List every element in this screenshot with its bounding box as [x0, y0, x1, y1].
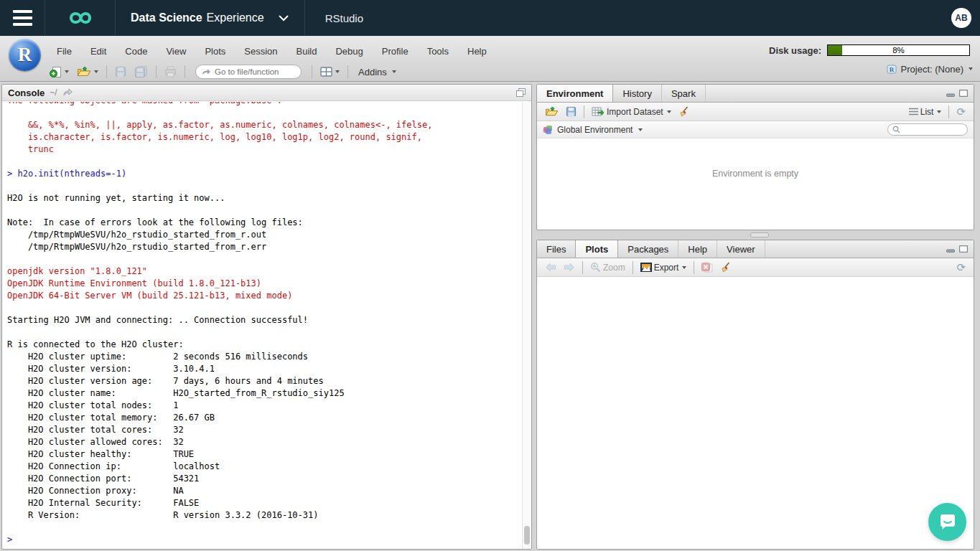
disk-usage: Disk usage: 8%: [769, 44, 970, 56]
goto-file-input[interactable]: [215, 67, 295, 76]
tab[interactable]: Viewer: [717, 240, 765, 258]
goto-file-search[interactable]: [195, 65, 302, 79]
export-label: Export: [654, 263, 679, 273]
menu-item[interactable]: Session: [235, 44, 286, 59]
hamburger-icon: [13, 10, 32, 26]
new-file-icon: [50, 65, 62, 78]
maximize-pane-icon[interactable]: [959, 90, 968, 97]
tab[interactable]: Files: [537, 240, 576, 258]
console-line: H2O cluster version age: 7 days, 6 hours…: [7, 375, 519, 387]
console-line: /tmp/RtmpWUeSVU/h2o_rstudio_started_from…: [7, 241, 519, 253]
project-label: Project: (None): [901, 64, 963, 75]
console-output[interactable]: The following objects are masked from 'p…: [2, 102, 522, 549]
list-view-button[interactable]: List: [907, 105, 944, 118]
new-file-button[interactable]: [47, 64, 71, 80]
rstudio-chrome: R FileEditCodeViewPlotsSessionBuildDebug…: [0, 36, 980, 82]
product-switcher[interactable]: Data Science Experience: [116, 0, 304, 36]
save-icon: [115, 66, 126, 77]
next-plot-button: [561, 261, 577, 273]
pane-layout-button[interactable]: [318, 65, 342, 78]
load-workspace-button[interactable]: [543, 105, 561, 118]
addins-label: Addins: [358, 67, 387, 77]
open-file-button[interactable]: [75, 65, 101, 79]
svg-text:R: R: [889, 66, 894, 73]
workspace: Console ~/ The following objects are mas…: [0, 83, 980, 551]
menu-item[interactable]: Tools: [418, 44, 458, 59]
import-dataset-button[interactable]: Import Dataset: [589, 105, 673, 118]
hamburger-menu-button[interactable]: [0, 0, 45, 36]
minimize-pane-icon[interactable]: [946, 90, 955, 97]
console-line: H2O Internal Security: FALSE: [7, 497, 519, 509]
scrollbar-thumb[interactable]: [524, 526, 530, 545]
console-line: [7, 326, 519, 339]
save-workspace-button[interactable]: [564, 105, 579, 118]
product-name-bold: Data Science: [131, 11, 202, 24]
save-icon: [566, 106, 577, 117]
export-image-icon: [640, 263, 652, 272]
menu-item[interactable]: Build: [287, 44, 327, 59]
global-environment-selector[interactable]: Global Environment: [557, 125, 633, 135]
console-line: R Version: R version 3.3.2 (2016-10-31): [7, 509, 519, 522]
menu-item[interactable]: View: [157, 44, 195, 59]
console-line: OpenJDK Runtime Environment (build 1.8.0…: [7, 278, 519, 290]
save-all-icon: [134, 66, 148, 77]
menu-item[interactable]: Edit: [81, 44, 116, 59]
open-in-window-icon[interactable]: [62, 88, 73, 97]
plots-toolbar: Zoom Export: [537, 258, 974, 277]
console-line: H2O cluster total cores: 32: [7, 424, 519, 436]
tab[interactable]: Spark: [662, 85, 706, 102]
refresh-icon: ⟳: [956, 106, 966, 117]
remove-plot-button: [699, 261, 715, 274]
console-line: OpenJDK 64-Bit Server VM (build 25.121-b…: [7, 290, 519, 302]
console-line: H2O cluster total nodes: 1: [7, 400, 519, 412]
maximize-pane-icon[interactable]: [959, 245, 968, 253]
previous-plot-button: [543, 261, 559, 273]
dsx-logo[interactable]: [45, 0, 115, 36]
dropdown-caret: [392, 70, 396, 73]
clear-environment-button[interactable]: [676, 105, 691, 119]
chat-widget-button[interactable]: [928, 503, 966, 541]
tab[interactable]: Plots: [575, 240, 618, 258]
menu-item[interactable]: Plots: [195, 44, 235, 59]
export-plot-button[interactable]: Export: [638, 261, 689, 274]
tab[interactable]: Environment: [536, 85, 613, 102]
dropdown-caret: [667, 110, 671, 113]
menu-item[interactable]: Profile: [373, 44, 418, 59]
tab[interactable]: History: [613, 85, 661, 102]
minimize-pane-icon[interactable]: [946, 245, 955, 253]
console-line: Starting H2O JVM and connecting: .. Conn…: [7, 314, 519, 326]
menu-bar: FileEditCodeViewPlotsSessionBuildDebugPr…: [47, 43, 496, 59]
console-line: is.character, is.factor, is.numeric, log…: [7, 131, 519, 143]
menu-item[interactable]: Debug: [326, 44, 372, 59]
console-line: H2O Connection ip: localhost: [7, 461, 519, 473]
pane-splitter-grip[interactable]: [750, 232, 769, 237]
tab[interactable]: Packages: [618, 240, 678, 258]
refresh-plots-button[interactable]: ⟳: [954, 260, 968, 274]
console-line: [7, 302, 519, 314]
console-line: H2O cluster version: 3.10.4.1: [7, 363, 519, 375]
menu-item[interactable]: File: [47, 44, 81, 59]
magnifier-plus-icon: [590, 262, 601, 273]
save-button: [113, 65, 129, 79]
clear-all-plots-button[interactable]: [718, 260, 733, 275]
dropdown-caret: [638, 128, 643, 131]
console-scrollbar[interactable]: [522, 102, 531, 549]
console-working-dir[interactable]: ~/: [50, 88, 57, 98]
user-avatar[interactable]: AB: [951, 8, 971, 28]
environment-search[interactable]: [887, 123, 968, 136]
broom-icon: [720, 262, 731, 273]
console-line: R is connected to the H2O cluster:: [7, 339, 519, 351]
print-button: [162, 65, 179, 79]
zoom-plot-button: Zoom: [588, 260, 627, 274]
addins-button[interactable]: Addins: [354, 65, 401, 79]
refresh-environment-button[interactable]: ⟳: [954, 105, 968, 118]
menu-item[interactable]: Code: [116, 44, 157, 59]
project-selector[interactable]: R Project: (None): [886, 63, 973, 75]
console-line: The following objects are masked from 'p…: [7, 102, 519, 107]
menu-item[interactable]: Help: [458, 44, 496, 59]
console-line: &&, %*%, %in%, ||, apply, as.factor, as.…: [7, 119, 519, 131]
print-icon: [164, 66, 177, 77]
environment-search-input[interactable]: [903, 126, 963, 134]
maximize-pane-icon[interactable]: [516, 88, 526, 97]
tab[interactable]: Help: [678, 240, 717, 258]
